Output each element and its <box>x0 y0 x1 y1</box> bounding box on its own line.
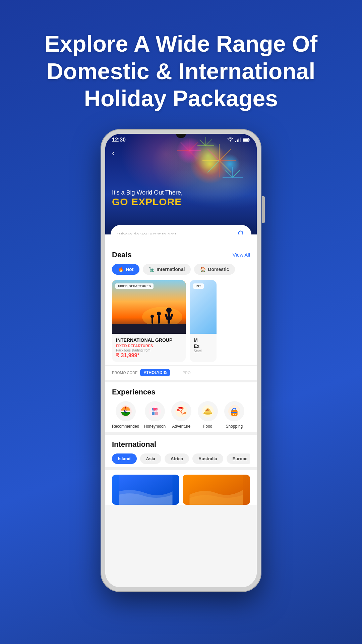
battery-icon <box>243 138 250 142</box>
svg-rect-35 <box>112 324 186 334</box>
experience-food[interactable]: Food <box>197 401 219 429</box>
search-bar[interactable]: Where do you want to go? <box>111 225 251 234</box>
svg-line-11 <box>189 151 197 159</box>
svg-line-15 <box>233 170 240 177</box>
bottom-cards <box>105 467 257 505</box>
international-icon: 🗽 <box>149 267 155 272</box>
tab-international[interactable]: 🗽 International <box>143 264 191 275</box>
tab-hot[interactable]: 🔥 Hot <box>112 264 139 275</box>
svg-rect-25 <box>237 140 238 142</box>
deal-card-1[interactable]: FIXED DEPARTURES INTERNATIONAL GROUP FIX… <box>112 280 186 362</box>
hero-main-title: GO EXPLORE <box>112 196 183 208</box>
deal-card-title-2: MEx <box>194 337 213 349</box>
international-title: International <box>112 440 156 449</box>
promo-section: PROMO CODE ATHOLYD ⧉ PRO <box>105 365 257 380</box>
svg-line-3 <box>219 161 231 172</box>
bottom-card-blue[interactable] <box>112 475 179 505</box>
phone-content: Deals View All 🔥 Hot 🗽 International <box>105 244 257 587</box>
shopping-label: Shopping <box>226 424 243 429</box>
phone-hero-banner: 12:30 <box>105 134 257 234</box>
deal-card-price-1: ₹ 31,999* <box>116 352 182 359</box>
svg-point-64 <box>203 413 212 415</box>
promo-item-2: PRO <box>183 369 250 376</box>
recommended-label: Recommended <box>112 424 139 429</box>
deal-card-from-2: Starti <box>194 349 213 353</box>
svg-point-65 <box>207 409 208 411</box>
search-container: Where do you want to go? <box>111 225 251 234</box>
honeymoon-icon <box>145 401 165 421</box>
copy-icon: ⧉ <box>164 370 167 375</box>
svg-rect-26 <box>238 139 239 142</box>
experiences-section: Experiences <box>105 380 257 432</box>
domestic-icon: 🏠 <box>200 267 206 272</box>
svg-point-40 <box>157 312 161 316</box>
shopping-icon: ★★ <box>224 401 244 421</box>
status-icons <box>227 138 250 142</box>
deals-header: Deals View All <box>112 251 250 259</box>
wifi-icon <box>227 138 233 142</box>
hot-icon: 🔥 <box>118 267 124 272</box>
deal-badge-2: INT <box>193 283 204 289</box>
experience-shopping[interactable]: ★★ Shopping <box>223 401 245 429</box>
signal-icon <box>235 138 241 142</box>
svg-point-48 <box>125 411 126 412</box>
international-section: International Island Asia Africa <box>105 432 257 467</box>
deals-title: Deals <box>112 251 132 259</box>
svg-line-4 <box>207 149 219 161</box>
status-time: 12:30 <box>112 137 126 143</box>
svg-rect-69 <box>231 412 237 413</box>
intl-tab-africa[interactable]: Africa <box>165 453 189 464</box>
tab-domestic[interactable]: 🏠 Domestic <box>194 264 235 275</box>
intl-tab-australia[interactable]: Australia <box>192 453 223 464</box>
experience-honeymoon[interactable]: Honeymoon <box>144 401 166 429</box>
promo-code-badge[interactable]: ATHOLYD ⧉ <box>140 369 170 376</box>
intl-tab-asia[interactable]: Asia <box>140 453 161 464</box>
svg-line-17 <box>226 170 233 177</box>
svg-point-60 <box>177 409 179 411</box>
experience-recommended[interactable]: Recommended <box>112 401 139 429</box>
hero-subtitle: It's a Big World Out There, <box>112 189 183 196</box>
deal-badge-1: FIXED DEPARTURES <box>115 283 154 289</box>
deal-card-from-1: Packages starting from <box>116 348 182 352</box>
page-hero-title: Explore A Wide Range Of Domestic & Inter… <box>45 30 317 112</box>
bottom-card-orange[interactable] <box>183 475 250 505</box>
svg-line-6 <box>207 161 219 172</box>
svg-point-42 <box>150 315 154 318</box>
deals-tabs: 🔥 Hot 🗽 International 🏠 Domestic <box>112 264 250 275</box>
search-icon[interactable] <box>237 230 245 234</box>
adventure-icon <box>171 401 191 421</box>
intl-tab-island[interactable]: Island <box>112 453 137 464</box>
svg-point-50 <box>149 405 161 417</box>
svg-point-49 <box>125 407 126 409</box>
deals-section: Deals View All 🔥 Hot 🗽 International <box>105 244 257 365</box>
promo-label: PROMO CODE <box>112 371 137 375</box>
svg-rect-29 <box>249 139 250 141</box>
food-icon <box>198 401 218 421</box>
svg-line-1 <box>219 149 231 161</box>
food-label: Food <box>203 424 212 429</box>
adventure-label: Adventure <box>172 424 191 429</box>
international-header: International <box>112 440 250 449</box>
deal-card-body-1: INTERNATIONAL GROUP FIXED DEPARTURES Pac… <box>112 334 186 362</box>
svg-rect-30 <box>243 139 248 141</box>
deal-card-title-1: INTERNATIONAL GROUP <box>116 337 182 343</box>
experiences-header: Experiences <box>112 388 250 396</box>
view-all-link[interactable]: View All <box>233 252 250 258</box>
svg-rect-24 <box>235 141 236 142</box>
deal-card-subtitle-1: FIXED DEPARTURES <box>116 344 182 348</box>
experiences-grid: Recommended <box>112 401 250 429</box>
experiences-title: Experiences <box>112 388 156 396</box>
intl-tab-europe[interactable]: Europe <box>227 453 250 464</box>
svg-rect-43 <box>152 318 153 324</box>
promo-label-2: PRO <box>183 371 191 375</box>
svg-point-31 <box>239 231 243 234</box>
svg-text:★★: ★★ <box>233 413 236 415</box>
svg-point-61 <box>184 412 186 414</box>
deal-card-2[interactable]: INT MEx Starti <box>190 280 217 362</box>
experience-adventure[interactable]: Adventure <box>170 401 192 429</box>
phone-hero-text: It's a Big World Out There, GO EXPLORE <box>112 189 183 208</box>
honeymoon-label: Honeymoon <box>144 424 166 429</box>
back-button[interactable]: ‹ <box>112 149 115 158</box>
deal-card-image-1: FIXED DEPARTURES <box>112 280 186 334</box>
deals-cards: FIXED DEPARTURES INTERNATIONAL GROUP FIX… <box>112 280 250 362</box>
